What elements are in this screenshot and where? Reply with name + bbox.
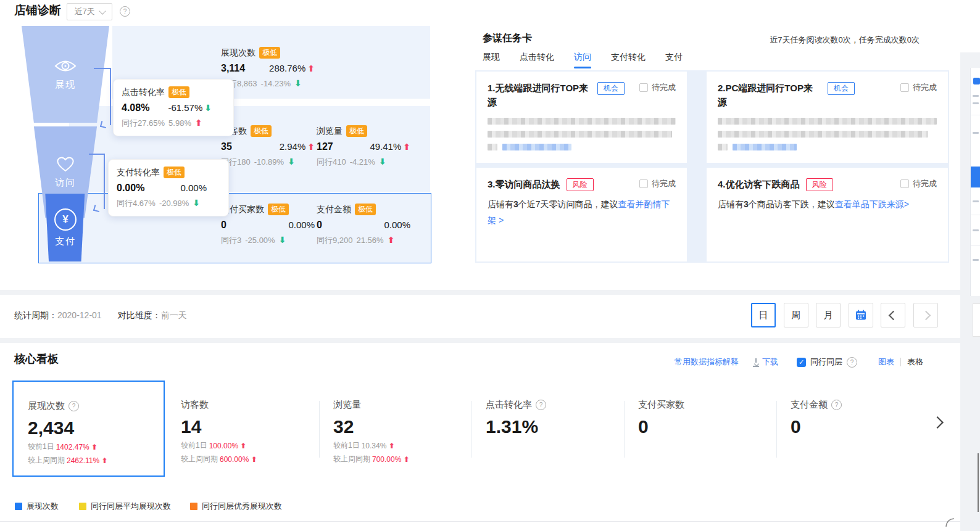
scrollbar-thumb[interactable] <box>978 453 979 512</box>
metric-explain-link[interactable]: 常用数据指标解释 <box>675 356 739 368</box>
trend-arrow-icon <box>388 442 394 450</box>
checkbox-icon[interactable] <box>900 179 909 188</box>
next-period-button[interactable] <box>913 303 938 327</box>
sidebar-active-item[interactable] <box>971 167 980 187</box>
tab-visit[interactable]: 访问 <box>574 52 591 68</box>
trend-arrow-icon <box>279 236 286 244</box>
peer-layer-toggle[interactable]: 同行同层 <box>797 356 857 368</box>
todo-checkbox-group[interactable]: 待完成 <box>900 178 937 189</box>
metric-value: 127 <box>317 141 333 152</box>
funnel-stage-label: 支付 <box>55 236 76 247</box>
peer-change: -14.23% <box>261 79 291 88</box>
checkbox-icon[interactable] <box>900 83 909 92</box>
metric-value: 0 <box>317 220 322 231</box>
day-button[interactable]: 日 <box>751 303 776 327</box>
date-range-dropdown[interactable]: 近7天 <box>67 3 112 20</box>
download-button[interactable]: 下载 <box>752 356 778 368</box>
kpi-card-visitors[interactable]: 访客数 14 较前1日100.00% 较上周同期600.00% <box>167 381 319 477</box>
compare-prefix: 较上周同期 <box>333 454 370 464</box>
card-separator <box>776 401 777 458</box>
checkbox-icon[interactable] <box>639 83 648 92</box>
metric-change: 0.00% <box>180 183 207 193</box>
legend-item-impressions[interactable]: 展现次数 <box>15 501 59 512</box>
card-separator <box>624 401 625 458</box>
kpi-card-click-conversion[interactable]: 点击转化率 1.31% <box>471 381 624 477</box>
kpi-card-impressions[interactable]: 展现次数 2,434 较前1日1402.47% 较上周同期2462.11% <box>12 381 165 477</box>
legend-label: 同行同层平均展现次数 <box>91 501 171 512</box>
month-button[interactable]: 月 <box>816 303 841 327</box>
date-range-value: 近7天 <box>74 6 94 17</box>
redacted-link[interactable] <box>502 144 571 150</box>
body-text: 个商品访客下跌，建议 <box>749 199 835 209</box>
peer-value: 同行410 <box>317 157 346 168</box>
compare-prefix: 较前1日 <box>181 440 207 451</box>
help-icon[interactable] <box>69 401 79 411</box>
compare-dim-label: 对比维度： <box>118 310 161 320</box>
table-view-toggle[interactable]: 表格 <box>907 356 923 368</box>
tab-impression[interactable]: 展现 <box>483 52 500 68</box>
metric-change: 0.00% <box>384 220 410 230</box>
kpi-label: 访客数 <box>181 399 209 411</box>
metric-change: 288.76% <box>269 63 305 73</box>
help-icon[interactable] <box>120 6 130 17</box>
compare-pct: 10.34% <box>362 442 387 450</box>
trend-arrow-icon <box>379 157 386 166</box>
tab-pay-conversion[interactable]: 支付转化 <box>611 52 646 68</box>
peer-value: 同行9,200 <box>317 235 353 246</box>
calendar-button[interactable] <box>849 303 873 327</box>
redacted-link[interactable] <box>733 144 797 150</box>
stat-period-label: 统计周期： <box>14 310 57 320</box>
connector-line <box>110 68 111 125</box>
feedback-widget-partial <box>945 517 958 528</box>
week-button[interactable]: 周 <box>784 303 808 327</box>
kpi-value: 2,434 <box>28 418 164 438</box>
task-tabs: 展现 点击转化 访问 支付转化 支付 <box>483 52 683 68</box>
task-card-title: 1.无线端跟进同行TOP来源 <box>488 81 591 110</box>
opportunity-badge: 机会 <box>597 82 625 95</box>
kpi-value: 32 <box>333 416 471 437</box>
section-divider <box>0 338 980 343</box>
trend-arrow-icon <box>240 442 246 450</box>
todo-checkbox-group[interactable]: 待完成 <box>900 82 937 93</box>
help-icon[interactable] <box>847 357 857 368</box>
checked-checkbox-icon[interactable] <box>797 358 806 367</box>
legend-item-peer-average[interactable]: 同行同层平均展现次数 <box>79 501 171 512</box>
funnel-stage-impression[interactable]: 展现 <box>22 26 109 123</box>
funnel-stage-payment[interactable]: 支付 <box>22 194 109 261</box>
compare-dim-value: 前一天 <box>161 310 187 320</box>
prev-period-button[interactable] <box>881 303 905 327</box>
tab-click-conversion[interactable]: 点击转化 <box>520 52 554 68</box>
todo-checkbox-group[interactable]: 待完成 <box>639 178 676 189</box>
metric-change: 49.41% <box>370 141 401 152</box>
tab-pay[interactable]: 支付 <box>665 52 683 68</box>
redacted-task-body <box>718 118 937 157</box>
metric-change: -61.57% <box>168 102 202 113</box>
task-card-title: 2.PC端跟进同行TOP来源 <box>718 81 821 110</box>
todo-checkbox-group[interactable]: 待完成 <box>639 82 676 93</box>
kpi-carousel-next-chevron[interactable] <box>931 416 944 429</box>
help-icon[interactable] <box>831 400 842 410</box>
kpi-card-pay-amount[interactable]: 支付金额 0 <box>776 381 929 477</box>
risk-badge: 风险 <box>806 178 833 191</box>
legend-item-peer-excellent[interactable]: 同行同层优秀展现次数 <box>190 501 282 512</box>
calendar-icon <box>855 310 866 321</box>
eye-icon <box>54 58 77 74</box>
trend-arrow-icon <box>388 236 395 244</box>
legend-swatch <box>79 503 86 510</box>
task-action-link[interactable]: 查看单品下跌来源> <box>835 199 909 209</box>
trend-arrow-icon <box>91 443 98 451</box>
chevron-down-icon <box>99 7 106 14</box>
chart-view-toggle[interactable]: 图表 <box>878 356 894 368</box>
metric-label: 点击转化率 <box>122 87 165 98</box>
kpi-card-pageviews[interactable]: 浏览量 32 较前1日10.34% 较上周同期700.00% <box>319 381 471 477</box>
task-cards-grid: 1.无线端跟进同行TOP来源 机会 待完成 2.PC端跟进同行TOP来源 机会 <box>475 70 949 263</box>
checkbox-icon[interactable] <box>639 179 648 188</box>
redacted-task-body <box>488 118 676 157</box>
trend-arrow-icon <box>195 118 202 127</box>
help-icon[interactable] <box>536 400 546 410</box>
kpi-card-pay-buyers[interactable]: 支付买家数 0 <box>624 381 776 477</box>
chevron-left-icon <box>888 310 898 320</box>
heart-icon <box>56 156 75 172</box>
task-summary: 近7天任务阅读次数0次，任务完成次数0次 <box>770 35 920 46</box>
task-card-4: 4.优化访客下跌商品 风险 待完成 店铺有3个商品访客下跌，建议查看单品下跌来源… <box>707 168 948 261</box>
